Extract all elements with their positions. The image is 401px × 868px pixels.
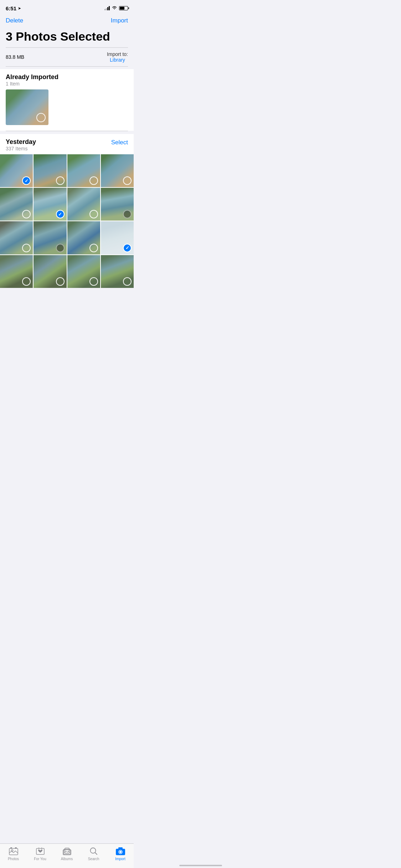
already-imported-title: Already Imported [6,73,128,81]
grid-item-14[interactable] [34,255,66,288]
grid-item-9[interactable] [0,221,33,254]
selection-circle-7 [89,210,98,218]
import-destination: Import to: Library [107,51,128,63]
file-size: 83.8 MB [6,54,24,60]
separator-3 [6,131,128,131]
selection-circle-15 [89,277,98,286]
delete-button[interactable]: Delete [6,16,23,26]
grid-item-10[interactable] [34,221,66,254]
grid-item-12[interactable] [101,221,134,254]
grid-item-6[interactable] [34,188,66,221]
grid-item-8[interactable] [101,188,134,221]
selection-circle-4 [123,176,132,185]
already-imported-header: Already Imported 1 Item [6,69,128,89]
yesterday-count: 337 Items [6,146,36,151]
info-row: 83.8 MB Import to: Library [0,48,134,66]
grid-item-13[interactable] [0,255,33,288]
grid-item-15[interactable] [67,255,100,288]
status-time: 6:51 [6,5,16,11]
import-nav-button[interactable]: Import [111,16,128,26]
yesterday-header: Yesterday 337 Items Select [0,134,134,154]
selection-circle-6 [56,210,65,218]
grid-item-4[interactable] [101,154,134,187]
status-bar: 6:51 ➤ [0,0,134,13]
signal-icon [104,6,110,10]
grid-item-16[interactable] [101,255,134,288]
already-imported-count: 1 Item [6,81,128,87]
selection-circle-9 [22,244,31,252]
yesterday-title: Yesterday [6,138,36,146]
selection-circle-10 [56,244,65,252]
photo-grid [0,154,134,288]
grid-item-1[interactable] [0,154,33,187]
status-icons [104,5,128,11]
page-title: 3 Photos Selected [6,30,128,43]
selection-circle-13 [22,277,31,286]
import-to-dest[interactable]: Library [107,57,128,63]
selection-circle-16 [123,277,132,286]
location-icon: ➤ [18,6,21,11]
grid-item-2[interactable] [34,154,66,187]
yesterday-title-group: Yesterday 337 Items [6,138,36,151]
selection-circle-11 [89,244,98,252]
nav-bar: Delete Import [0,13,134,29]
grid-item-7[interactable] [67,188,100,221]
import-to-label: Import to: [107,51,128,57]
yesterday-section: Yesterday 337 Items Select [0,134,134,288]
page-title-section: 3 Photos Selected [0,29,134,47]
grid-item-11[interactable] [67,221,100,254]
wifi-icon [112,5,117,11]
already-imported-thumb[interactable] [6,89,48,125]
grid-item-3[interactable] [67,154,100,187]
separator-2 [6,66,128,67]
selection-circle-14 [56,277,65,286]
select-button[interactable]: Select [111,138,128,146]
battery-icon [119,6,128,10]
grid-item-5[interactable] [0,188,33,221]
selection-circle-3 [89,176,98,185]
selection-circle-12 [123,244,132,252]
already-imported-section: Already Imported 1 Item [0,69,134,131]
selection-circle-2 [56,176,65,185]
